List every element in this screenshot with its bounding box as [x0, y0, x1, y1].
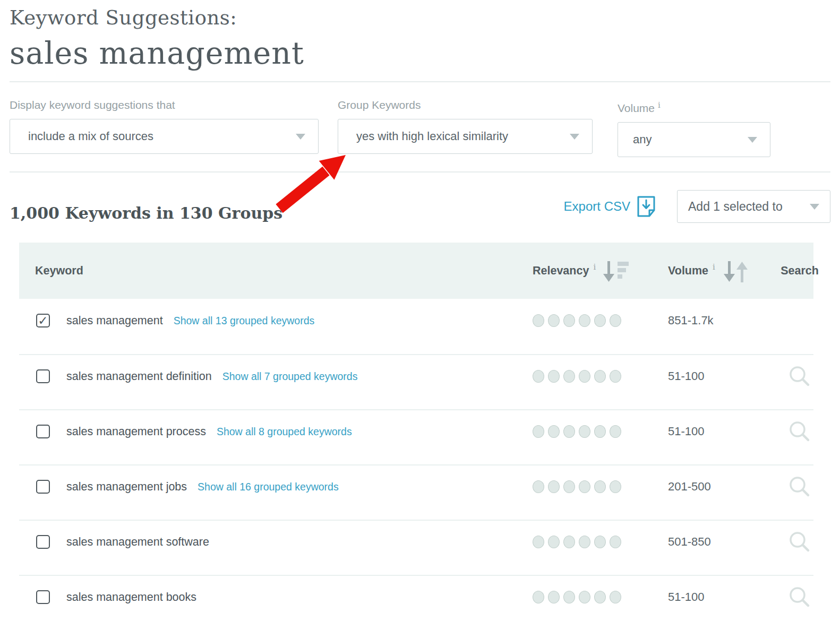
row-checkbox[interactable]: ✓	[36, 314, 50, 327]
relevancy-dot	[594, 480, 606, 493]
download-file-icon	[637, 195, 656, 218]
filter-group-label: Group Keywords	[338, 98, 593, 112]
relevancy-dot	[579, 591, 590, 603]
table-row: sales management software 501-850	[19, 520, 813, 575]
search-icon[interactable]	[787, 530, 812, 554]
keyword-text: sales management books	[66, 591, 196, 604]
relevancy-indicator	[533, 314, 625, 327]
search-icon[interactable]	[787, 419, 812, 444]
export-csv-button[interactable]: Export CSV	[564, 195, 656, 218]
results-bar: 1,000 Keywords in 130 Groups Export CSV …	[10, 190, 830, 223]
show-grouped-keywords-link[interactable]: Show all 16 grouped keywords	[198, 481, 339, 493]
relevancy-dot	[579, 425, 590, 438]
search-icon[interactable]	[787, 585, 812, 609]
sort-volume-icon[interactable]	[723, 260, 749, 283]
row-checkbox[interactable]	[36, 535, 50, 549]
row-checkbox[interactable]	[36, 480, 50, 494]
row-checkbox[interactable]	[36, 369, 50, 383]
keyword-text: sales management process	[66, 425, 206, 438]
query-keyword: sales management	[10, 36, 830, 71]
table-row: sales management jobs Show all 16 groupe…	[19, 464, 813, 520]
relevancy-dot	[579, 536, 590, 548]
relevancy-dot	[563, 480, 575, 493]
keyword-text: sales management software	[66, 536, 209, 549]
table-row: ✓ sales management Show all 13 grouped k…	[19, 299, 813, 354]
relevancy-dot	[610, 536, 621, 548]
chevron-down-icon	[570, 134, 579, 140]
show-grouped-keywords-link[interactable]: Show all 13 grouped keywords	[174, 315, 315, 327]
info-icon[interactable]: i	[713, 262, 715, 272]
search-icon[interactable]	[787, 364, 812, 389]
show-grouped-keywords-link[interactable]: Show all 8 grouped keywords	[217, 426, 352, 438]
relevancy-dot	[579, 480, 590, 493]
relevancy-dot	[579, 314, 590, 327]
add-selected-label: Add 1 selected to	[688, 200, 783, 214]
relevancy-dot	[610, 314, 621, 327]
volume-range: 201-500	[668, 480, 711, 494]
row-checkbox[interactable]	[36, 590, 50, 604]
relevancy-indicator	[533, 591, 625, 603]
volume-select-value: any	[633, 133, 652, 146]
table-header: Keyword Relevancyi Volumei	[19, 243, 813, 299]
relevancy-dot	[594, 591, 606, 603]
table-row: sales management books 51-100	[19, 575, 813, 621]
filter-source-label: Display keyword suggestions that	[10, 98, 319, 112]
relevancy-dot	[533, 480, 544, 493]
volume-range: 851-1.7k	[668, 314, 714, 327]
column-header-search: Search	[774, 264, 833, 278]
relevancy-dot	[594, 536, 606, 548]
source-select[interactable]: include a mix of sources	[10, 119, 319, 154]
filter-source: Display keyword suggestions that include…	[10, 98, 319, 157]
relevancy-indicator	[533, 536, 625, 548]
relevancy-dot	[563, 536, 575, 548]
filter-volume-label: Volumei	[618, 98, 770, 115]
relevancy-dot	[548, 370, 560, 383]
column-header-volume[interactable]: Volumei	[668, 258, 774, 283]
results-summary: 1,000 Keywords in 130 Groups	[10, 204, 282, 222]
column-header-relevancy[interactable]: Relevancyi	[533, 258, 668, 283]
add-selected-dropdown[interactable]: Add 1 selected to	[677, 190, 830, 223]
relevancy-dot	[563, 425, 575, 438]
relevancy-dot	[533, 314, 544, 327]
relevancy-dot	[548, 425, 560, 438]
relevancy-dot	[610, 425, 621, 438]
relevancy-dot	[610, 480, 621, 493]
info-icon[interactable]: i	[658, 100, 661, 110]
volume-range: 501-850	[668, 535, 711, 549]
search-icon[interactable]	[787, 475, 812, 499]
keyword-text: sales management definition	[66, 370, 212, 383]
relevancy-dot	[594, 425, 606, 438]
sort-relevancy-icon[interactable]	[603, 260, 629, 283]
relevancy-indicator	[533, 370, 625, 383]
column-header-keyword: Keyword	[19, 264, 533, 278]
table-row: sales management process Show all 8 grou…	[19, 409, 813, 464]
info-icon[interactable]: i	[593, 262, 596, 272]
relevancy-dot	[533, 370, 544, 383]
keyword-text: sales management jobs	[66, 480, 187, 494]
relevancy-dot	[548, 480, 560, 493]
relevancy-dot	[610, 370, 621, 383]
chevron-down-icon	[810, 204, 819, 210]
relevancy-dot	[548, 536, 560, 548]
filter-group: Group Keywords yes with high lexical sim…	[338, 98, 593, 157]
divider	[10, 171, 830, 172]
group-select[interactable]: yes with high lexical similarity	[338, 119, 593, 154]
row-checkbox[interactable]	[36, 425, 50, 438]
relevancy-dot	[563, 314, 575, 327]
filters-bar: Display keyword suggestions that include…	[10, 98, 830, 157]
relevancy-dot	[579, 370, 590, 383]
filter-volume: Volumei any	[618, 98, 770, 157]
show-grouped-keywords-link[interactable]: Show all 7 grouped keywords	[222, 370, 358, 383]
export-csv-label: Export CSV	[564, 199, 630, 214]
relevancy-dot	[548, 314, 560, 327]
relevancy-dot	[594, 370, 606, 383]
volume-range: 51-100	[668, 425, 705, 438]
group-select-value: yes with high lexical similarity	[356, 130, 508, 143]
volume-select[interactable]: any	[618, 122, 770, 157]
relevancy-dot	[548, 591, 560, 603]
table-rows: ✓ sales management Show all 13 grouped k…	[19, 299, 813, 621]
keywords-table: Keyword Relevancyi Volumei	[19, 243, 813, 621]
source-select-value: include a mix of sources	[28, 130, 153, 143]
relevancy-dot	[533, 425, 544, 438]
page-title: Keyword Suggestions:	[10, 6, 830, 29]
